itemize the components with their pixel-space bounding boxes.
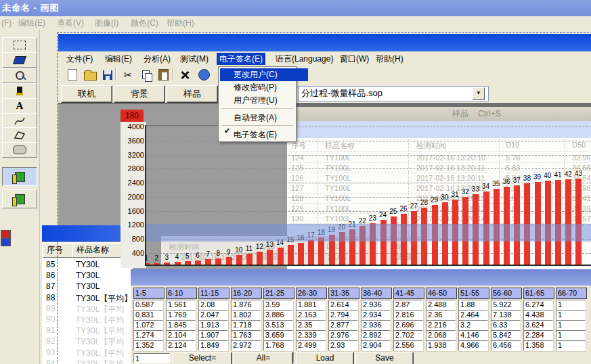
list-row-no[interactable]: 92 bbox=[46, 336, 55, 346]
x-axis-line bbox=[145, 265, 591, 266]
bar-index-label: 7 bbox=[202, 250, 213, 258]
app-menu-item-5[interactable]: 语言(Language) bbox=[273, 53, 336, 65]
menu-item-0[interactable]: 更改用户(C) bbox=[220, 68, 308, 81]
tool-polygon-button[interactable] bbox=[2, 127, 37, 143]
paint-menu-item-2[interactable]: 查看(V) bbox=[57, 18, 84, 28]
paint-title-bar[interactable]: 未命名 - 画图 bbox=[0, 0, 591, 16]
open-file-button[interactable] bbox=[83, 68, 97, 82]
paste-mode-opaque-selection-button[interactable] bbox=[2, 167, 37, 186]
list-row-name[interactable]: TY30L【平均 bbox=[76, 325, 131, 337]
menu-item-2[interactable]: 用户管理(U) bbox=[220, 94, 308, 107]
chart-bar bbox=[288, 245, 294, 265]
app-title-bar[interactable] bbox=[58, 34, 591, 51]
list-row-no[interactable]: 94 bbox=[46, 359, 55, 364]
save-button[interactable] bbox=[100, 68, 115, 82]
app-menu-item-1[interactable]: 编辑(E) bbox=[102, 53, 135, 65]
dist-cell: 2.124 bbox=[166, 340, 196, 351]
app-menu-item-3[interactable]: 测试(M) bbox=[177, 53, 211, 65]
menu-item-4[interactable]: 电子签名(E) bbox=[220, 129, 308, 141]
dist-button-All[interactable]: All= bbox=[234, 352, 293, 364]
list-row-no[interactable]: 88 bbox=[46, 293, 55, 302]
app-menu-item-7[interactable]: 帮助(H) bbox=[373, 53, 406, 65]
palette-red-swatch[interactable] bbox=[1, 230, 11, 238]
dist-cell: 1.913 bbox=[198, 320, 228, 331]
menu-separator bbox=[221, 108, 293, 109]
dist-button-Load[interactable]: Load bbox=[296, 352, 354, 364]
dist-button-Select[interactable]: Select= bbox=[173, 352, 232, 364]
new-file-button[interactable] bbox=[65, 68, 80, 82]
dist-cell: 2.068 bbox=[426, 330, 456, 341]
paint-menu-item-1[interactable]: 编辑(E) bbox=[18, 18, 45, 28]
list-row-name[interactable]: TY30L【平均 bbox=[76, 348, 131, 359]
dist-cell: 2.794 bbox=[328, 310, 358, 321]
dist-cell: 2.702 bbox=[393, 330, 423, 341]
tool-zoom-button[interactable] bbox=[2, 68, 37, 83]
menu-item-3[interactable]: 自动登录(A)✔ bbox=[220, 112, 308, 124]
cut-button[interactable]: ✂ bbox=[121, 68, 135, 82]
tool-text-button[interactable]: A bbox=[2, 98, 37, 114]
tool-fill-button[interactable] bbox=[2, 52, 37, 68]
chart-bar bbox=[278, 248, 284, 265]
bar-index-label: 27 bbox=[408, 202, 419, 210]
sample-window-title-bar[interactable]: 样品 Ctrl+S bbox=[287, 107, 591, 121]
globe-button[interactable] bbox=[196, 68, 211, 82]
app-menu-item-4[interactable]: 电子签名(E) bbox=[217, 53, 265, 65]
list-row-no[interactable]: 86 bbox=[46, 271, 55, 280]
list-row-no[interactable]: 93 bbox=[46, 348, 55, 357]
list-row-name[interactable]: TY30L bbox=[76, 281, 131, 291]
list-row-no[interactable]: 85 bbox=[46, 260, 55, 269]
gridline-2800 bbox=[146, 168, 591, 169]
dist-cell: 3.513 bbox=[263, 320, 293, 331]
sample-col-header-2: 检测时间 bbox=[416, 141, 446, 151]
menu-item-1[interactable]: 修改密码(P) bbox=[220, 81, 308, 94]
paint-toolbox: A bbox=[0, 30, 40, 364]
bar-index-label: 38 bbox=[521, 175, 532, 182]
save-icon bbox=[103, 70, 112, 80]
combobox-dropdown-arrow-icon[interactable]: ▼ bbox=[473, 87, 485, 100]
tool-rounded-rect-button[interactable] bbox=[2, 142, 37, 158]
sop-file-combobox[interactable]: 分过程-微量样品.sop bbox=[298, 86, 489, 101]
paint-menu-item-5[interactable]: 帮助(H) bbox=[167, 18, 194, 28]
app-button-联机[interactable]: 联机 bbox=[61, 85, 112, 103]
rounded-rect-icon bbox=[13, 145, 26, 154]
app-button-背景[interactable]: 背景 bbox=[114, 85, 165, 103]
palette-blue-swatch[interactable] bbox=[1, 238, 11, 246]
bar-index-label: 40 bbox=[542, 172, 553, 179]
list-row-no[interactable]: 87 bbox=[46, 281, 55, 291]
sop-file-name: 分过程-微量样品.sop bbox=[301, 88, 382, 98]
delete-button[interactable] bbox=[177, 68, 192, 82]
dist-button-Save[interactable]: Save bbox=[355, 352, 414, 364]
list-row-no[interactable]: 90 bbox=[46, 315, 55, 324]
list-row-no[interactable]: 89 bbox=[46, 304, 55, 313]
paste-mode-transparent-selection-button[interactable] bbox=[2, 189, 37, 208]
app-button-样品[interactable]: 样品 bbox=[167, 85, 218, 103]
tool-brush-button[interactable] bbox=[2, 83, 37, 99]
copy-icon bbox=[142, 70, 150, 79]
app-menu-item-0[interactable]: 文件(F) bbox=[64, 53, 95, 65]
list-row-name[interactable]: TY30L【平均】 bbox=[76, 293, 131, 304]
distribution-window-title-bar[interactable] bbox=[131, 269, 591, 286]
dist-cell: 1 bbox=[556, 340, 586, 351]
list-row-name[interactable]: TY30L【平均 bbox=[76, 315, 131, 326]
sample-list-table[interactable]: 序号样品名称85TY30L86TY30L87TY30L88TY30L【平均】89… bbox=[42, 242, 133, 364]
paint-menu-item-0[interactable]: (F) bbox=[1, 18, 12, 28]
dist-cell: 1 bbox=[556, 300, 586, 311]
tool-select-button[interactable] bbox=[2, 37, 37, 53]
copy-button[interactable] bbox=[138, 68, 153, 82]
fill-icon bbox=[13, 56, 26, 64]
app-menu-item-6[interactable]: 窗口(W) bbox=[337, 53, 372, 65]
page-input[interactable] bbox=[133, 353, 170, 363]
sample-window-toolbar-band bbox=[287, 121, 591, 138]
tool-curve-button[interactable] bbox=[2, 113, 37, 129]
paste-button[interactable] bbox=[156, 68, 171, 82]
bar-index-label: 11 bbox=[244, 245, 255, 252]
list-row-no[interactable]: 91 bbox=[46, 325, 55, 335]
button-separator bbox=[293, 352, 294, 363]
paint-menu-item-4[interactable]: 颜色(C) bbox=[131, 18, 158, 28]
list-row-name[interactable]: TY30L【平均 bbox=[76, 304, 131, 315]
paint-menu-item-3[interactable]: 图像(I) bbox=[95, 18, 118, 28]
app-menu-item-2[interactable]: 分析(A) bbox=[141, 53, 173, 65]
list-row-name[interactable]: TY30L【平均 bbox=[76, 336, 131, 348]
list-row-name[interactable]: TY30L bbox=[76, 271, 131, 280]
list-row-name[interactable]: TY30L【平均 bbox=[76, 359, 131, 364]
